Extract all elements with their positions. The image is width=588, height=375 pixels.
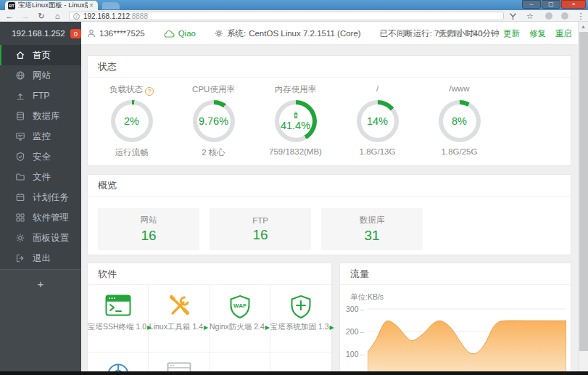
home-icon[interactable]: ⌂ <box>51 10 64 22</box>
sidebar-label: 软件管理 <box>33 212 69 224</box>
help-icon[interactable]: ? <box>145 87 154 96</box>
sidebar-item-monitor[interactable]: 监控 <box>0 126 81 147</box>
back-icon[interactable]: ← <box>3 10 16 22</box>
reload-icon[interactable]: ↻ <box>35 10 48 22</box>
software-panel-title: 软件 <box>88 263 331 285</box>
gauge-sub: 759/1832(MB) <box>254 147 336 156</box>
waf-shield-icon: WAF <box>210 285 270 317</box>
sidebar-label: 数据库 <box>33 110 60 123</box>
plugin-icon[interactable] <box>506 10 519 22</box>
close-window-button[interactable]: × <box>561 0 586 9</box>
load-status-gauge[interactable]: 负载状态? 2% 运行流畅 <box>91 84 173 158</box>
gear-icon <box>15 233 25 243</box>
traffic-panel-title: 流量 <box>340 263 571 285</box>
open-arrow-icon: ▶ <box>204 324 208 331</box>
disk-root-gauge[interactable]: / 14% 1.8G/13G <box>336 84 418 158</box>
sidebar-label: 首页 <box>33 49 51 62</box>
tab-close-icon[interactable]: × <box>89 2 94 9</box>
sidebar-bottom: + <box>0 269 81 371</box>
cpu-gauge[interactable]: CPU使用率 9.76% 2 核心 <box>173 84 254 158</box>
traffic-area-chart <box>368 300 566 371</box>
url-bar[interactable]: i 192.168.1.212:8888 <box>69 12 504 20</box>
scroll-up-icon[interactable]: ▲ <box>579 22 588 31</box>
software-item-linux-toolbox[interactable]: Linux工具箱 1.4▶ <box>149 285 210 352</box>
phone-number: 136****7525 <box>99 29 145 38</box>
software-name: 宝塔SSH终端 1.0 <box>88 322 146 331</box>
software-name: 宝塔系统加固 1.3 <box>270 322 329 331</box>
baota-favicon-icon: BT <box>8 2 15 9</box>
forward-icon[interactable]: → <box>19 10 32 22</box>
memory-gauge[interactable]: 内存使用率 41.4% 759/1832(MB) <box>254 84 336 158</box>
server-monitor-icon <box>7 29 7 38</box>
message-badge[interactable]: 0 <box>70 29 81 38</box>
window-frame-edge <box>0 371 588 375</box>
restart-link[interactable]: 重启 <box>555 28 572 39</box>
deploy-icon <box>88 353 148 371</box>
site-info-icon[interactable]: i <box>73 13 80 20</box>
panel-version: 免费版 6.5.1 <box>438 28 484 39</box>
header-actions: 免费版 6.5.1 更新 修复 重启 <box>438 22 572 45</box>
overview-card-database[interactable]: 数据库 31 <box>321 208 423 250</box>
gauge-sub: 2 核心 <box>173 147 254 158</box>
software-item-deploy[interactable] <box>88 353 149 371</box>
traffic-panel: 流量 单位:KB/s 300 200 100 <box>339 263 571 371</box>
disk-www-gauge[interactable]: /www 8% 1.8G/25G <box>418 84 500 158</box>
sidebar-item-security[interactable]: 安全 <box>0 147 81 167</box>
open-arrow-icon: ▶ <box>265 324 270 331</box>
sidebar-label: 退出 <box>33 252 51 265</box>
sidebar-item-sites[interactable]: 网站 <box>0 65 81 86</box>
browser-menu-icon[interactable]: ⋮ <box>574 10 587 22</box>
account-user[interactable]: Qiao <box>164 29 196 38</box>
gauge-sub: 运行流畅 <box>91 147 173 158</box>
minimize-button[interactable]: – <box>522 0 541 9</box>
maximize-button[interactable]: ▢ <box>542 0 560 9</box>
sidebar-item-home[interactable]: 首页 <box>0 45 81 65</box>
overview-card-ftp[interactable]: FTP 16 <box>210 208 311 250</box>
shield-icon <box>15 152 25 162</box>
disk-www-donut-chart: 8% <box>439 100 481 142</box>
sidebar-item-logout[interactable]: 退出 <box>0 248 81 268</box>
software-item-ssh-terminal[interactable]: 宝塔SSH终端 1.0▶ <box>88 285 149 352</box>
software-item-nginx-waf[interactable]: WAF Nginx防火墙 2.4▶ <box>210 285 270 352</box>
repair-link[interactable]: 修复 <box>529 28 546 39</box>
shield-plus-icon <box>270 285 331 317</box>
sidebar-label: 文件 <box>33 171 51 184</box>
system-info: 系统: CentOS Linux 7.2.1511 (Core) <box>215 28 361 39</box>
username: Qiao <box>178 29 196 38</box>
overview-panel: 概览 网站 16 FTP 16 数据库 31 <box>87 174 571 255</box>
sidebar-item-files[interactable]: 文件 <box>0 167 81 187</box>
overview-card-sites[interactable]: 网站 16 <box>98 208 199 250</box>
folder-icon <box>15 172 25 182</box>
software-item-webpage[interactable] <box>149 353 210 371</box>
cpu-donut-chart: 9.76% <box>193 100 235 142</box>
sidebar-item-ftp[interactable]: FTP <box>0 86 81 106</box>
server-ip: 192.168.1.252 <box>12 29 65 38</box>
server-ip-block[interactable]: 192.168.1.252 0 <box>0 22 81 45</box>
software-item-system-hardening[interactable]: 宝塔系统加固 1.3▶ <box>270 285 331 352</box>
sidebar-item-settings[interactable]: 面板设置 <box>0 228 81 248</box>
browser-scrollbar[interactable]: ▲ <box>578 22 588 371</box>
browser-tab[interactable]: BT 宝塔Linux面板 - Linux版 × <box>5 1 98 10</box>
gauge-value: 41.4% <box>281 120 310 131</box>
scrollbar-thumb[interactable] <box>579 32 588 351</box>
overview-cards: 网站 16 FTP 16 数据库 31 <box>88 197 571 250</box>
sidebar-item-software[interactable]: 软件管理 <box>0 207 81 228</box>
url-port: :8888 <box>130 12 148 20</box>
software-row: 宝塔SSH终端 1.0▶ Linux工具箱 1.4▶ WAF Nginx防火墙 … <box>88 285 331 353</box>
new-tab-button[interactable] <box>102 2 120 9</box>
extension-icon[interactable] <box>561 12 568 20</box>
sidebar-item-cron[interactable]: 计划任务 <box>0 187 81 207</box>
card-label: 网站 <box>141 215 157 226</box>
software-name: Nginx防火墙 2.4 <box>210 322 265 331</box>
sidebar-item-database[interactable]: 数据库 <box>0 106 81 126</box>
overview-panel-title: 概览 <box>88 175 571 197</box>
rocket-icon[interactable] <box>291 111 300 120</box>
add-menu-button[interactable]: + <box>0 278 81 290</box>
sidebar-label: 计划任务 <box>33 191 69 204</box>
bookmark-star-icon[interactable]: ☆ <box>523 10 537 22</box>
account-phone[interactable]: 136****7525 <box>87 29 145 38</box>
person-icon <box>87 29 96 38</box>
extension-icon[interactable] <box>545 12 552 20</box>
update-link[interactable]: 更新 <box>503 28 520 39</box>
terminal-icon <box>88 285 148 317</box>
